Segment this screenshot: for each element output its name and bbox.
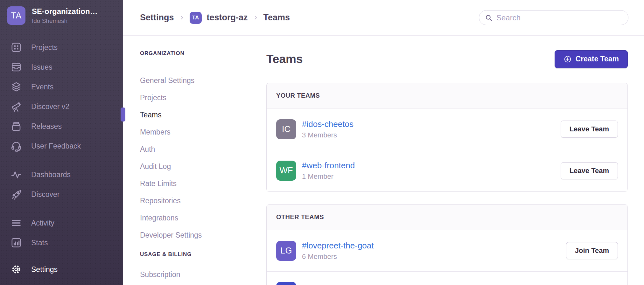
sidebar-item-label: Activity [31, 219, 54, 227]
settings-nav: ORGANIZATION General Settings Projects T… [123, 36, 248, 285]
team-row-partial [267, 271, 627, 285]
bar-chart-icon [10, 237, 22, 248]
pulse-icon [10, 169, 22, 180]
telescope-icon [10, 101, 22, 112]
sidebar-item-issues[interactable]: Issues [0, 57, 123, 77]
leave-team-button[interactable]: Leave Team [561, 162, 618, 179]
settings-nav-item-developer-settings[interactable]: Developer Settings [140, 226, 242, 244]
settings-nav-item-audit-log[interactable]: Audit Log [140, 158, 242, 175]
sidebar-item-label: Discover [31, 190, 60, 199]
chevron-right-icon [253, 15, 258, 20]
sidebar-item-settings[interactable]: Settings [0, 260, 123, 279]
activity-lines-icon [10, 217, 22, 229]
breadcrumb-settings[interactable]: Settings [140, 13, 174, 23]
breadcrumb: Settings TA testorg-az Teams [140, 12, 290, 24]
team-member-count: 1 Member [302, 172, 355, 181]
sidebar-item-label: Issues [31, 63, 52, 72]
breadcrumb-teams[interactable]: Teams [263, 13, 290, 23]
settings-nav-item-general-settings[interactable]: General Settings [140, 72, 242, 89]
sidebar-item-activity[interactable]: Activity [0, 213, 123, 233]
sidebar-item-user-feedback[interactable]: User Feedback [0, 136, 123, 156]
your-teams-header: YOUR TEAMS [267, 83, 627, 108]
sidebar-item-label: Settings [31, 265, 58, 274]
other-teams-header: OTHER TEAMS [267, 205, 627, 230]
team-row: LG #lovepreet-the-goat 6 Members Join Te… [267, 230, 627, 271]
sidebar-item-label: Events [31, 83, 53, 91]
sidebar-item-label: Releases [31, 122, 62, 131]
projects-icon [10, 42, 22, 53]
settings-nav-item-subscription[interactable]: Subscription [140, 266, 242, 283]
team-row: IC #idos-cheetos 3 Members Leave Team [267, 108, 627, 150]
plus-circle-icon [564, 55, 572, 63]
team-member-count: 6 Members [302, 253, 374, 261]
search-icon [485, 14, 493, 22]
gear-icon [10, 264, 22, 275]
team-name-link[interactable]: #web-frontend [302, 161, 355, 170]
search-box[interactable] [479, 10, 628, 25]
rocket-icon [10, 189, 22, 200]
settings-nav-list: General Settings Projects Teams Members … [140, 72, 242, 244]
create-team-label: Create Team [576, 55, 619, 63]
settings-nav-item-repositories[interactable]: Repositories [140, 192, 242, 209]
org-name: SE-organization… [32, 7, 98, 16]
leave-team-button[interactable]: Leave Team [561, 121, 618, 138]
sidebar-item-dashboards[interactable]: Dashboards [0, 165, 123, 184]
sidebar-item-label: Stats [31, 239, 48, 247]
settings-nav-item-auth[interactable]: Auth [140, 141, 242, 158]
settings-nav-list: Subscription [140, 266, 242, 283]
headset-icon [10, 140, 22, 152]
sidebar-item-discover-v2[interactable]: Discover v2 [0, 97, 123, 116]
your-teams-panel: YOUR TEAMS IC #idos-cheetos 3 Members Le… [266, 83, 628, 191]
other-teams-panel: OTHER TEAMS LG #lovepreet-the-goat 6 Mem… [266, 204, 628, 285]
settings-nav-section-organization: ORGANIZATION [140, 50, 242, 57]
team-avatar: WF [276, 161, 296, 181]
team-avatar: LG [276, 241, 296, 261]
team-member-count: 3 Members [302, 131, 354, 139]
settings-nav-item-teams[interactable]: Teams [140, 106, 242, 123]
breadcrumb-org-badge: TA [190, 12, 202, 24]
search-input[interactable] [496, 13, 623, 22]
main-content: Teams Create Team YOUR TEAMS IC #idos-ch… [248, 36, 644, 285]
chevron-right-icon [179, 15, 185, 20]
settings-nav-item-projects[interactable]: Projects [140, 89, 242, 106]
sidebar-item-releases[interactable]: Releases [0, 116, 123, 136]
sidebar-item-label: Projects [31, 43, 58, 52]
settings-nav-item-rate-limits[interactable]: Rate Limits [140, 175, 242, 192]
team-name-link[interactable]: #lovepreet-the-goat [302, 241, 374, 251]
issues-icon [10, 61, 22, 73]
app-sidebar: TA SE-organization… Ido Shemesh Projects… [0, 0, 123, 285]
sidebar-item-label: Dashboards [31, 170, 71, 179]
team-name-link[interactable]: #idos-cheetos [302, 119, 354, 129]
org-avatar: TA [7, 6, 25, 25]
sidebar-item-projects[interactable]: Projects [0, 38, 123, 57]
releases-icon [10, 121, 22, 132]
settings-nav-item-integrations[interactable]: Integrations [140, 209, 242, 226]
sidebar-nav: Projects Issues Events Discover v2 Relea… [0, 38, 123, 279]
settings-nav-section-usage-billing: USAGE & BILLING [140, 251, 242, 258]
team-avatar: IC [276, 119, 296, 139]
settings-nav-item-members[interactable]: Members [140, 123, 242, 141]
breadcrumb-org[interactable]: testorg-az [207, 13, 248, 23]
sidebar-item-label: User Feedback [31, 142, 81, 150]
org-switcher[interactable]: TA SE-organization… Ido Shemesh [0, 0, 123, 31]
create-team-button[interactable]: Create Team [555, 50, 628, 68]
team-avatar [276, 282, 296, 285]
top-header: Settings TA testorg-az Teams [123, 0, 644, 36]
user-name: Ido Shemesh [32, 17, 98, 24]
team-row: WF #web-frontend 1 Member Leave Team [267, 150, 627, 191]
join-team-button[interactable]: Join Team [566, 242, 618, 259]
sidebar-item-events[interactable]: Events [0, 77, 123, 97]
events-icon [10, 81, 22, 93]
sidebar-item-discover[interactable]: Discover [0, 184, 123, 204]
page-title: Teams [266, 52, 303, 66]
sidebar-item-label: Discover v2 [31, 102, 69, 111]
sidebar-item-stats[interactable]: Stats [0, 233, 123, 253]
active-nav-indicator [121, 108, 125, 122]
